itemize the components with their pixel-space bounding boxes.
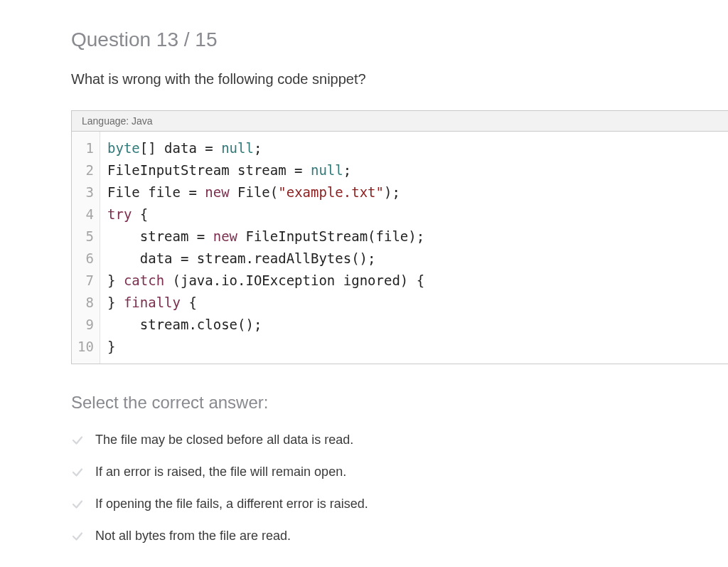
code-token: null [311,162,343,178]
code-line: } catch (java.io.IOException ignored) { [107,270,424,292]
code-token: } [107,339,115,354]
code-language-label: Language: Java [72,111,728,132]
code-line: stream.close(); [107,314,424,336]
quiz-page: Question 13 / 15 What is wrong with the … [0,0,728,567]
code-token: FileInputStream(file); [237,228,424,244]
code-token: File( [230,184,279,200]
code-token: byte [107,140,140,156]
code-token: [] data = [140,140,221,156]
code-body: 12345678910 byte[] data = null;FileInput… [72,132,728,364]
code-token: FileInputStream stream = [107,162,311,178]
answer-options-list: The file may be closed before all data i… [71,433,728,544]
code-token: ); [384,184,400,200]
answer-option-label: If opening the file fails, a different e… [95,497,368,512]
line-number: 1 [72,137,100,159]
code-gutter: 12345678910 [72,132,100,364]
code-line: try { [107,203,424,226]
code-line: } [107,336,424,358]
line-number: 7 [72,270,100,292]
code-line: File file = new File("example.txt"); [107,181,424,203]
code-token: data = stream.readAllBytes(); [107,250,376,266]
question-counter: Question 13 / 15 [71,28,728,51]
code-token: (java.io.IOException ignored) { [164,272,424,288]
code-line: FileInputStream stream = null; [107,159,424,181]
answer-option[interactable]: The file may be closed before all data i… [71,433,728,447]
line-number: 9 [72,314,100,336]
answer-option[interactable]: If an error is raised, the file will rem… [71,465,728,479]
code-token: } [107,272,124,288]
line-number: 8 [72,292,100,314]
code-token: try [107,206,132,222]
code-line: stream = new FileInputStream(file); [107,226,424,248]
line-number: 4 [72,203,100,226]
code-token: finally [124,295,181,310]
code-token: { [132,206,148,222]
code-lines: byte[] data = null;FileInputStream strea… [100,132,432,364]
code-token: null [221,140,254,156]
code-token: File file = [107,184,205,200]
code-token: "example.txt" [278,184,384,200]
check-icon [71,530,84,543]
answer-option-label: If an error is raised, the file will rem… [95,465,346,479]
line-number: 2 [72,159,100,181]
code-token: stream.close(); [107,317,262,332]
answer-option[interactable]: If opening the file fails, a different e… [71,497,728,512]
code-token: ; [254,140,262,156]
answer-option-label: The file may be closed before all data i… [95,433,353,447]
code-token: new [205,184,229,200]
code-token: } [107,295,124,310]
answer-option[interactable]: Not all bytes from the file are read. [71,529,728,544]
line-number: 5 [72,226,100,248]
code-token: { [181,295,197,310]
line-number: 10 [72,336,100,358]
question-prompt: What is wrong with the following code sn… [71,71,728,88]
code-token: catch [124,272,164,288]
check-icon [71,498,84,511]
code-line: data = stream.readAllBytes(); [107,248,424,270]
code-token: new [213,228,237,244]
code-line: byte[] data = null; [107,137,424,159]
code-snippet-box: Language: Java 12345678910 byte[] data =… [71,110,728,364]
line-number: 6 [72,248,100,270]
code-token: ; [343,162,351,178]
check-icon [71,434,84,447]
answer-section-header: Select the correct answer: [71,393,728,413]
code-token: stream = [107,228,213,244]
check-icon [71,466,84,479]
line-number: 3 [72,181,100,203]
code-line: } finally { [107,292,424,314]
answer-option-label: Not all bytes from the file are read. [95,529,291,544]
